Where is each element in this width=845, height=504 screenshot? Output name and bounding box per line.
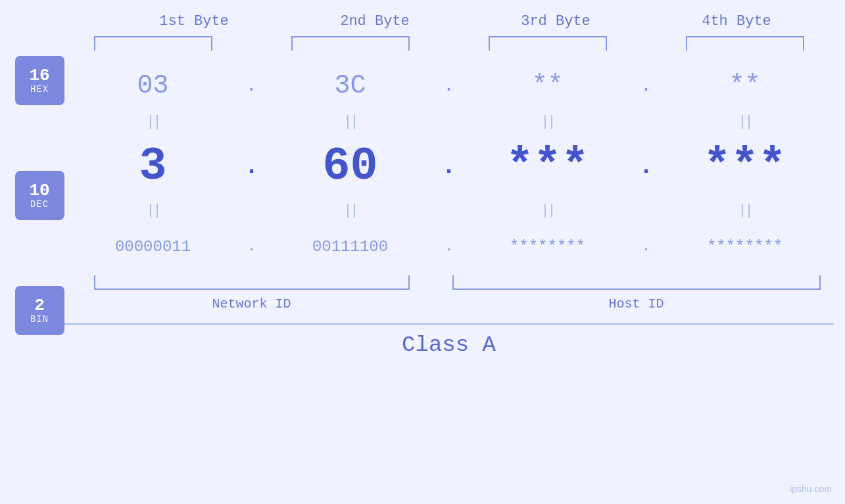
hex-dot-3: . — [637, 76, 656, 96]
top-brackets-row — [64, 36, 834, 56]
hex-badge-label: HEX — [30, 84, 49, 95]
hex-value-1: 03 — [137, 71, 168, 101]
bracket-spacer-2 — [439, 36, 459, 56]
bin-badge: 2 BIN — [15, 286, 64, 335]
network-id-bracket — [94, 275, 410, 290]
eq2-cell-1: || — [64, 199, 242, 222]
byte-label-3: 3rd Byte — [490, 13, 621, 30]
bin-val-3: ******** — [459, 238, 637, 256]
hex-val-2: 3C — [262, 71, 439, 101]
bottom-brackets-row — [64, 275, 834, 294]
hex-value-3: ** — [531, 71, 563, 101]
bin-value-row: 00000011 . 00111100 . ******** . — [64, 222, 834, 271]
bin-value-4: ******** — [707, 238, 783, 256]
dec-value-2: 60 — [322, 141, 377, 193]
hex-val-3: ** — [459, 71, 637, 101]
dec-separator-2: . — [442, 153, 456, 180]
hex-badge: 16 HEX — [15, 56, 64, 105]
top-bracket-2 — [291, 36, 410, 51]
equals-2-1: || — [146, 202, 159, 219]
top-bracket-cell-4 — [656, 36, 834, 56]
bin-dot-1: . — [242, 239, 262, 255]
eq1-cell-3: || — [459, 110, 637, 133]
badges-column: 16 HEX 10 DEC 2 BIN — [15, 36, 64, 335]
equals-2-2: || — [343, 202, 356, 219]
hex-separator-2: . — [443, 76, 454, 96]
eq2-cell-3: || — [459, 199, 637, 222]
bin-separator-2: . — [445, 239, 453, 255]
bracket-spacer-3 — [637, 36, 656, 56]
hex-badge-number: 16 — [29, 67, 49, 84]
bin-value-1: 00000011 — [115, 238, 191, 256]
hex-value-2: 3C — [334, 71, 366, 101]
equals-row-1: || || || || — [64, 110, 834, 133]
bin-val-1: 00000011 — [64, 238, 242, 256]
eq2-cell-2: || — [262, 199, 439, 222]
watermark: ipshu.com — [790, 484, 832, 494]
eq2-cell-4: || — [656, 199, 834, 222]
hex-dot-1: . — [242, 76, 262, 96]
equals-2-3: || — [541, 202, 554, 219]
host-id-bracket — [452, 275, 821, 290]
top-bracket-cell-1 — [64, 36, 242, 56]
hex-val-4: ** — [656, 71, 834, 101]
id-labels-row: Network ID Host ID — [64, 296, 834, 311]
dec-badge-label: DEC — [30, 199, 49, 210]
bin-value-3: ******** — [510, 238, 585, 256]
bin-dot-3: . — [637, 239, 656, 255]
dec-separator-1: . — [245, 153, 259, 180]
equals-1-2: || — [343, 114, 356, 130]
bin-separator-1: . — [247, 239, 256, 255]
top-bracket-cell-2 — [262, 36, 439, 56]
byte-headers-row: 1st Byte 2nd Byte 3rd Byte 4th Byte — [104, 13, 827, 30]
eq1-cell-1: || — [64, 110, 242, 133]
dec-val-2: 60 — [262, 141, 439, 193]
byte-label-2: 2nd Byte — [309, 13, 441, 30]
hex-value-4: ** — [729, 71, 760, 101]
equals-1-4: || — [738, 114, 751, 130]
hex-separator-1: . — [246, 76, 257, 96]
bin-separator-3: . — [642, 239, 650, 255]
bracket-spacer-1 — [242, 36, 262, 56]
network-bracket-container — [64, 275, 439, 294]
class-section: Class A — [64, 323, 834, 357]
bin-val-2: 00111100 — [262, 238, 439, 256]
hex-value-row: 03 . 3C . ** . ** — [64, 61, 834, 110]
bin-dot-2: . — [439, 239, 459, 255]
dec-value-4: *** — [703, 141, 786, 193]
class-label: Class A — [64, 332, 834, 357]
top-bracket-1 — [94, 36, 212, 51]
eq1-cell-4: || — [656, 110, 834, 133]
dec-value-1: 3 — [139, 141, 166, 193]
equals-1-1: || — [146, 114, 159, 130]
dec-value-3: *** — [506, 141, 589, 193]
dec-value-row: 3 . 60 . *** . *** — [64, 133, 834, 199]
dec-dot-3: . — [637, 153, 656, 180]
top-bracket-4 — [686, 36, 804, 51]
main-container: 1st Byte 2nd Byte 3rd Byte 4th Byte 16 H… — [0, 0, 845, 504]
bin-badge-number: 2 — [34, 297, 45, 314]
bin-badge-label: BIN — [30, 314, 49, 325]
hex-separator-3: . — [640, 76, 652, 96]
host-id-label: Host ID — [439, 296, 834, 311]
dec-dot-2: . — [439, 153, 459, 180]
byte-label-4: 4th Byte — [671, 13, 802, 30]
equals-2-4: || — [738, 202, 751, 219]
dec-dot-1: . — [242, 153, 262, 180]
class-bracket-line — [64, 323, 834, 325]
data-grid: 03 . 3C . ** . ** — [64, 36, 834, 357]
hex-dot-2: . — [439, 76, 459, 96]
content-area: 16 HEX 10 DEC 2 BIN — [15, 36, 831, 357]
equals-1-3: || — [541, 114, 554, 130]
equals-row-2: || || || || — [64, 199, 834, 222]
eq1-cell-2: || — [262, 110, 439, 133]
byte-label-1: 1st Byte — [128, 13, 260, 30]
dec-separator-3: . — [639, 153, 654, 180]
top-bracket-cell-3 — [459, 36, 637, 56]
bin-val-4: ******** — [656, 238, 834, 256]
dec-val-3: *** — [459, 141, 637, 193]
dec-badge-number: 10 — [29, 182, 49, 199]
dec-badge: 10 DEC — [15, 171, 64, 220]
host-bracket-container — [439, 275, 834, 294]
top-bracket-3 — [489, 36, 607, 51]
